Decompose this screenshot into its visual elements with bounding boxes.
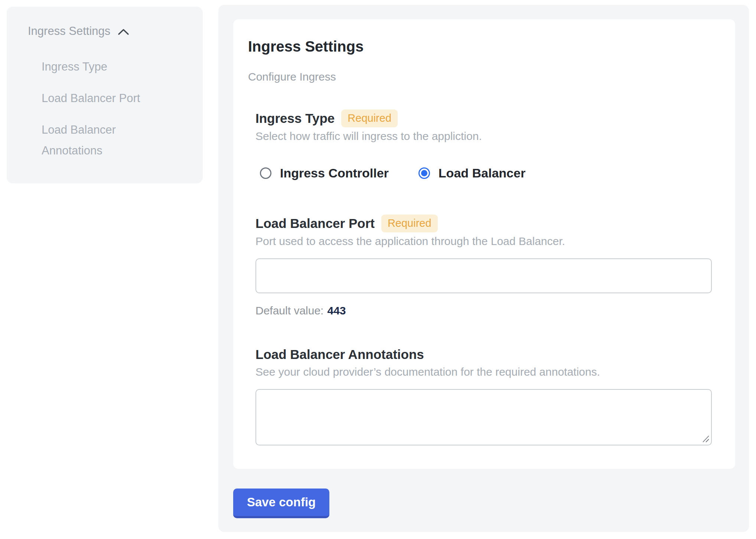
page-subtitle: Configure Ingress	[248, 71, 720, 84]
sidebar-item-ingress-type[interactable]: Ingress Type	[42, 56, 164, 77]
form-sections: Ingress Type Required Select how traffic…	[255, 110, 712, 445]
radio-option-load-balancer[interactable]: Load Balancer	[418, 166, 525, 180]
radio-group-ingress-type: Ingress Controller Load Balancer	[255, 166, 712, 180]
sidebar-section-header[interactable]: Ingress Settings	[28, 24, 192, 38]
field-load-balancer-port: Load Balancer Port Required Port used to…	[255, 215, 712, 317]
field-description-ingress-type: Select how traffic will ingress to the a…	[255, 130, 712, 143]
main-panel: Ingress Settings Configure Ingress Ingre…	[218, 5, 749, 532]
required-badge: Required	[341, 110, 398, 127]
sidebar-section-header-label: Ingress Settings	[28, 24, 110, 38]
field-label-load-balancer-port: Load Balancer Port	[255, 215, 375, 232]
lb-annotations-textarea[interactable]	[255, 389, 712, 445]
field-description-load-balancer-port: Port used to access the application thro…	[255, 235, 712, 248]
default-value-note: Default value:443	[255, 304, 712, 317]
sidebar-item-load-balancer-annotations[interactable]: Load Balancer Annotations	[42, 120, 164, 161]
lb-port-input[interactable]	[255, 258, 712, 293]
settings-card: Ingress Settings Configure Ingress Ingre…	[233, 19, 735, 469]
field-label-load-balancer-annotations: Load Balancer Annotations	[255, 346, 424, 363]
save-config-button[interactable]: Save config	[233, 489, 329, 518]
sidebar-item-list: Ingress Type Load Balancer Port Load Bal…	[28, 56, 192, 161]
field-description-load-balancer-annotations: See your cloud provider’s documentation …	[255, 366, 712, 379]
field-ingress-type: Ingress Type Required Select how traffic…	[255, 110, 712, 180]
field-label-ingress-type: Ingress Type	[255, 110, 335, 127]
chevron-up-icon	[118, 27, 129, 35]
radio-label-ingress-controller: Ingress Controller	[280, 166, 389, 180]
field-load-balancer-annotations: Load Balancer Annotations See your cloud…	[255, 346, 712, 445]
default-value-label: Default value:	[255, 304, 323, 317]
radio-option-ingress-controller[interactable]: Ingress Controller	[260, 166, 389, 180]
sidebar: Ingress Settings Ingress Type Load Balan…	[7, 7, 203, 183]
default-value: 443	[327, 304, 346, 317]
radio-unselected-icon[interactable]	[260, 167, 271, 179]
radio-label-load-balancer: Load Balancer	[439, 166, 525, 180]
page-title: Ingress Settings	[248, 38, 720, 55]
required-badge: Required	[381, 215, 438, 232]
resize-handle-icon[interactable]	[701, 434, 710, 443]
radio-selected-icon[interactable]	[418, 167, 430, 179]
sidebar-item-load-balancer-port[interactable]: Load Balancer Port	[42, 88, 164, 109]
